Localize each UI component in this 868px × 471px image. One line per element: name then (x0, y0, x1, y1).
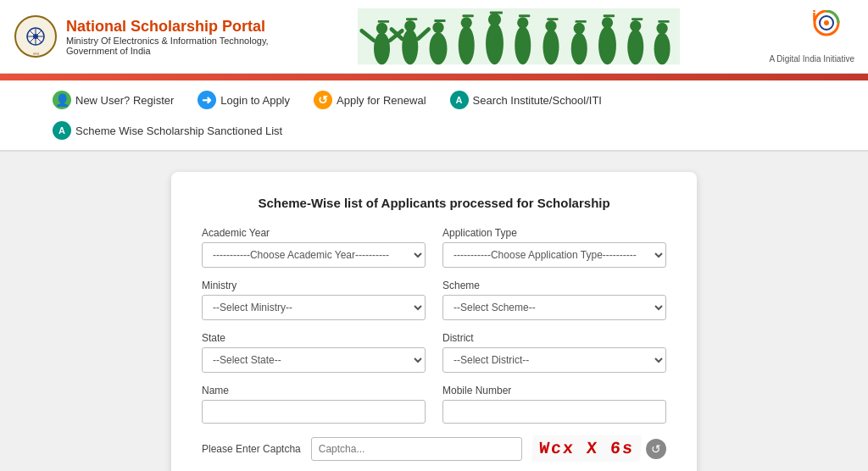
digital-india-logo: i (782, 10, 842, 53)
page-header: भारत National Scholarship Portal Ministr… (0, 0, 868, 74)
scheme-wise-icon: A (53, 121, 71, 140)
svg-point-37 (630, 20, 641, 31)
svg-rect-14 (406, 18, 417, 20)
ministry-group: Ministry --Select Ministry-- (202, 280, 426, 320)
captcha-input[interactable] (311, 437, 522, 461)
nav-scheme-wise[interactable]: A Scheme Wise Scholarship Sanctioned Lis… (51, 118, 284, 143)
emblem-icon: भारत (14, 14, 58, 58)
svg-point-13 (404, 20, 415, 31)
svg-point-39 (654, 32, 670, 64)
main-content: Scheme-Wise list of Applicants processed… (0, 152, 868, 471)
svg-point-24 (515, 26, 531, 65)
nav-search-institute[interactable]: A Search Institute/School/ITI (448, 87, 604, 113)
nav-renewal-label: Apply for Renewal (337, 94, 426, 107)
login-icon: ➜ (198, 91, 216, 109)
svg-point-15 (430, 32, 448, 64)
svg-point-31 (574, 23, 585, 34)
red-accent-bar (0, 74, 868, 80)
captcha-display: Wcx X 6s (531, 435, 643, 462)
nav-scheme-wise-label: Scheme Wise Scholarship Sanctioned List (75, 125, 282, 137)
scheme-group: Scheme --Select Scheme-- (442, 280, 666, 320)
svg-point-33 (598, 26, 616, 65)
svg-rect-41 (658, 20, 669, 23)
renewal-icon: ↺ (314, 91, 332, 109)
academic-year-label: Academic Year (202, 227, 426, 239)
search-form-card: Scheme-Wise list of Applicants processed… (171, 172, 697, 471)
portal-title-group: National Scholarship Portal Ministry Of … (66, 18, 269, 56)
svg-text:i: i (812, 10, 816, 25)
ministry-select[interactable]: --Select Ministry-- (202, 295, 426, 320)
svg-point-48 (824, 20, 829, 25)
mobile-label: Mobile Number (442, 385, 666, 396)
svg-point-25 (517, 17, 528, 28)
logo-section: भारत National Scholarship Portal Ministr… (14, 14, 269, 58)
district-label: District (442, 332, 666, 344)
captcha-label: Please Enter Captcha (202, 443, 301, 455)
banner-image (269, 7, 770, 66)
svg-point-18 (459, 26, 475, 65)
svg-point-16 (432, 22, 443, 33)
district-select[interactable]: --Select District-- (442, 347, 666, 373)
svg-point-9 (374, 32, 390, 64)
mobile-input[interactable] (442, 400, 666, 424)
new-user-icon: 👤 (53, 91, 71, 109)
svg-point-40 (656, 23, 667, 34)
svg-rect-26 (519, 14, 530, 17)
govt-name: Government of India (66, 46, 269, 56)
svg-point-12 (402, 29, 418, 64)
svg-point-36 (627, 29, 643, 64)
portal-title: National Scholarship Portal (66, 18, 269, 36)
mobile-group: Mobile Number (442, 385, 666, 424)
form-row-4: Name Mobile Number (202, 385, 666, 424)
form-title: Scheme-Wise list of Applicants processed… (202, 196, 666, 210)
nav-search-label: Search Institute/School/ITI (473, 94, 602, 107)
svg-rect-11 (378, 20, 389, 23)
svg-point-27 (543, 29, 559, 64)
nav-new-user-register[interactable]: 👤 New User? Register (51, 87, 175, 113)
form-row-2: Ministry --Select Ministry-- Scheme --Se… (202, 280, 666, 320)
name-group: Name (202, 385, 426, 424)
academic-year-select[interactable]: -----------Choose Academic Year---------… (202, 242, 426, 268)
svg-point-22 (488, 13, 501, 25)
main-nav: 👤 New User? Register ➜ Login to Apply ↺ … (0, 80, 868, 152)
svg-rect-32 (576, 20, 587, 23)
svg-point-28 (545, 20, 556, 31)
search-institute-icon: A (450, 91, 469, 109)
svg-rect-20 (463, 14, 474, 17)
svg-point-30 (571, 32, 587, 64)
svg-point-21 (486, 23, 504, 64)
state-group: State --Select State-- (202, 332, 426, 373)
svg-text:भारत: भारत (33, 52, 40, 56)
nav-new-user-label: New User? Register (75, 94, 174, 107)
state-select[interactable]: --Select State-- (202, 347, 426, 373)
scheme-label: Scheme (442, 280, 666, 291)
svg-rect-38 (632, 18, 643, 20)
svg-point-10 (376, 23, 387, 34)
application-type-label: Application Type (442, 227, 666, 239)
captcha-row: Please Enter Captcha Wcx X 6s ↺ (202, 435, 666, 462)
district-group: District --Select District-- (442, 332, 666, 373)
captcha-image-group: Wcx X 6s ↺ (532, 435, 666, 462)
name-label: Name (202, 385, 426, 396)
state-label: State (202, 332, 426, 344)
application-type-group: Application Type -----------Choose Appli… (442, 227, 666, 268)
svg-rect-17 (434, 19, 445, 22)
form-row-3: State --Select State-- District --Select… (202, 332, 666, 373)
ministry-label: Ministry (202, 280, 426, 291)
svg-rect-35 (604, 14, 615, 17)
ministry-name: Ministry Of Electronics & Information Te… (66, 36, 269, 46)
scheme-select[interactable]: --Select Scheme-- (442, 295, 666, 320)
nav-login-label: Login to Apply (220, 94, 290, 107)
digital-india-section: i A Digital India Initiative (769, 10, 854, 64)
nav-apply-renewal[interactable]: ↺ Apply for Renewal (312, 87, 428, 113)
svg-rect-29 (547, 18, 558, 20)
application-type-select[interactable]: -----------Choose Application Type------… (442, 242, 666, 268)
name-input[interactable] (202, 400, 426, 424)
svg-rect-23 (490, 12, 503, 14)
form-row-1: Academic Year -----------Choose Academic… (202, 227, 666, 268)
svg-point-34 (602, 17, 613, 28)
captcha-refresh-button[interactable]: ↺ (646, 439, 666, 459)
svg-point-19 (461, 17, 472, 28)
digital-india-label: A Digital India Initiative (769, 54, 854, 64)
nav-login-apply[interactable]: ➜ Login to Apply (196, 87, 292, 113)
